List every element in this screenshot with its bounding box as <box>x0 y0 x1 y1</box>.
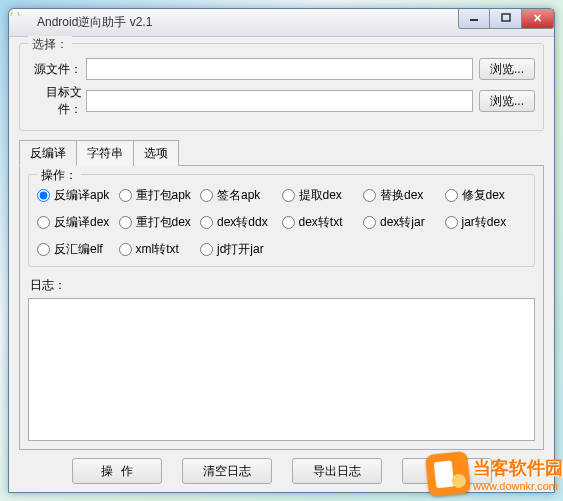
tab-panel-decompile: 操作： 反编译apk重打包apk签名apk提取dex替换dex修复dex反编译d… <box>19 165 544 450</box>
operation-radio-input[interactable] <box>445 216 458 229</box>
operation-radio-input[interactable] <box>363 216 376 229</box>
operation-radio-8[interactable]: dex转ddx <box>200 214 282 231</box>
operation-radio-label: jar转dex <box>462 214 507 231</box>
target-label: 目标文件： <box>28 84 86 118</box>
operation-radio-input[interactable] <box>282 216 295 229</box>
operate-button[interactable]: 操作 <box>72 458 162 484</box>
source-input[interactable] <box>86 58 473 80</box>
operation-radio-12[interactable]: 反汇编elf <box>37 241 119 258</box>
operation-radio-input[interactable] <box>37 189 50 202</box>
operation-radio-4[interactable]: 替换dex <box>363 187 445 204</box>
operation-radio-2[interactable]: 签名apk <box>200 187 282 204</box>
close-button[interactable]: ✕ <box>522 9 554 29</box>
tab-options[interactable]: 选项 <box>133 140 179 166</box>
minimize-button[interactable] <box>458 9 490 29</box>
operation-radio-3[interactable]: 提取dex <box>282 187 364 204</box>
operation-radio-input[interactable] <box>119 216 132 229</box>
operation-radio-input[interactable] <box>119 243 132 256</box>
export-log-button[interactable]: 导出日志 <box>292 458 382 484</box>
operation-radio-label: 替换dex <box>380 187 423 204</box>
operation-radio-label: 重打包dex <box>136 214 191 231</box>
operation-radio-7[interactable]: 重打包dex <box>119 214 201 231</box>
operation-radio-label: jd打开jar <box>217 241 264 258</box>
operation-radio-input[interactable] <box>37 243 50 256</box>
operation-radio-input[interactable] <box>37 216 50 229</box>
browse-source-button[interactable]: 浏览... <box>479 58 535 80</box>
operation-radio-11[interactable]: jar转dex <box>445 214 527 231</box>
operation-radio-13[interactable]: xml转txt <box>119 241 201 258</box>
operation-radio-label: 签名apk <box>217 187 260 204</box>
operations-legend: 操作： <box>37 167 81 184</box>
operation-radio-label: xml转txt <box>136 241 179 258</box>
client-area: 选择： 源文件： 浏览... 目标文件： 浏览... 反编译 字符串 选项 操作… <box>9 37 554 492</box>
target-row: 目标文件： 浏览... <box>28 84 535 118</box>
close-app-button[interactable]: 关闭 <box>402 458 492 484</box>
operation-radio-input[interactable] <box>119 189 132 202</box>
operation-radio-input[interactable] <box>445 189 458 202</box>
operation-radio-label: dex转jar <box>380 214 425 231</box>
operation-radio-input[interactable] <box>363 189 376 202</box>
target-input[interactable] <box>86 90 473 112</box>
select-legend: 选择： <box>28 36 72 53</box>
operation-radio-label: dex转ddx <box>217 214 268 231</box>
titlebar[interactable]: Android逆向助手 v2.1 ✕ <box>9 9 554 37</box>
operation-radio-1[interactable]: 重打包apk <box>119 187 201 204</box>
operations-radio-grid: 反编译apk重打包apk签名apk提取dex替换dex修复dex反编译dex重打… <box>37 187 526 258</box>
operation-radio-6[interactable]: 反编译dex <box>37 214 119 231</box>
window-title: Android逆向助手 v2.1 <box>37 14 458 31</box>
svg-rect-1 <box>502 14 510 21</box>
browse-target-button[interactable]: 浏览... <box>479 90 535 112</box>
operation-radio-14[interactable]: jd打开jar <box>200 241 282 258</box>
operation-radio-5[interactable]: 修复dex <box>445 187 527 204</box>
select-group: 选择： 源文件： 浏览... 目标文件： 浏览... <box>19 43 544 131</box>
source-row: 源文件： 浏览... <box>28 58 535 80</box>
android-icon <box>15 15 31 31</box>
operation-radio-9[interactable]: dex转txt <box>282 214 364 231</box>
source-label: 源文件： <box>28 61 86 78</box>
operation-radio-input[interactable] <box>200 189 213 202</box>
tab-decompile[interactable]: 反编译 <box>19 140 77 166</box>
operation-radio-input[interactable] <box>282 189 295 202</box>
app-window: Android逆向助手 v2.1 ✕ 选择： 源文件： 浏览... 目标文件： … <box>8 8 555 493</box>
tab-strings[interactable]: 字符串 <box>76 140 134 166</box>
operation-radio-label: 反汇编elf <box>54 241 103 258</box>
operations-group: 操作： 反编译apk重打包apk签名apk提取dex替换dex修复dex反编译d… <box>28 174 535 267</box>
window-controls: ✕ <box>458 9 554 29</box>
operation-radio-label: 修复dex <box>462 187 505 204</box>
clear-log-button[interactable]: 清空日志 <box>182 458 272 484</box>
operation-radio-0[interactable]: 反编译apk <box>37 187 119 204</box>
maximize-button[interactable] <box>490 9 522 29</box>
operation-radio-input[interactable] <box>200 216 213 229</box>
operation-radio-label: 反编译dex <box>54 214 109 231</box>
operation-radio-label: dex转txt <box>299 214 343 231</box>
bottom-button-bar: 操作 清空日志 导出日志 关闭 <box>19 450 544 484</box>
log-textarea[interactable] <box>28 298 535 441</box>
operation-radio-label: 重打包apk <box>136 187 191 204</box>
operation-radio-10[interactable]: dex转jar <box>363 214 445 231</box>
tab-strip: 反编译 字符串 选项 <box>19 139 544 165</box>
operation-radio-label: 反编译apk <box>54 187 109 204</box>
log-label: 日志： <box>30 277 535 294</box>
operation-radio-input[interactable] <box>200 243 213 256</box>
operation-radio-label: 提取dex <box>299 187 342 204</box>
